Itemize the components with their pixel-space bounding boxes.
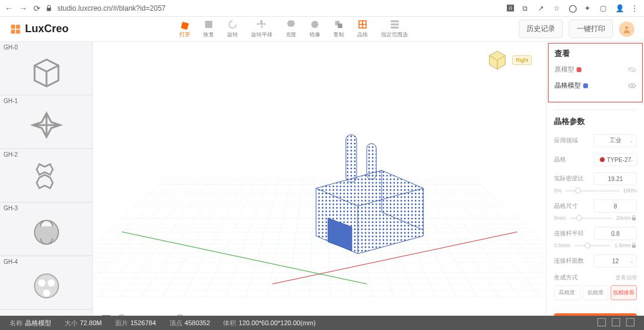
params-title: 晶格参数 xyxy=(554,110,637,127)
thumb-preview xyxy=(4,211,89,253)
density-input[interactable]: 19.21 xyxy=(594,172,637,185)
svg-rect-12 xyxy=(632,217,636,220)
tool-open[interactable]: 打开 xyxy=(179,19,190,39)
reload-icon[interactable]: ⟳ xyxy=(33,4,41,13)
sidebar: GH-0 GH-1 GH-2 GH-3 GH-4 网格: 5mm xyxy=(0,42,93,330)
tool-restore[interactable]: 恢复 xyxy=(203,19,214,39)
sidebar-item-gh4[interactable]: GH-4 xyxy=(0,256,92,310)
view-row-lattice[interactable]: 晶格模型 xyxy=(555,81,636,90)
pan-icon xyxy=(256,19,267,30)
faces-select[interactable]: 12⌄ xyxy=(594,254,637,267)
tool-label: 旋转 xyxy=(227,31,238,39)
forward-icon[interactable]: → xyxy=(19,4,27,13)
copy-icon[interactable]: ⧉ xyxy=(522,4,531,13)
layout-grid-icon[interactable] xyxy=(597,318,606,328)
sidebar-item-gh1[interactable]: GH-1 xyxy=(0,95,92,149)
size-input[interactable]: 8 xyxy=(594,200,637,213)
url-display[interactable]: studio.luxcreo.cn/#/blank?id=2057 xyxy=(57,4,502,13)
star-icon[interactable]: ☆ xyxy=(553,4,562,13)
view-row-original[interactable]: 原模型 xyxy=(555,65,636,74)
svg-point-5 xyxy=(38,279,45,287)
circle-icon[interactable]: ◯ xyxy=(569,4,577,13)
history-button[interactable]: 历史记录 xyxy=(519,20,563,38)
eye-off-icon[interactable] xyxy=(628,67,636,73)
back-icon[interactable]: ← xyxy=(5,4,13,13)
cube-icon xyxy=(486,49,509,71)
gen-options: 高精度 低精度 低精修剪 xyxy=(554,285,637,300)
chevron-down-icon: ⌄ xyxy=(630,157,634,163)
range-min: 0% xyxy=(554,188,562,194)
select-value: TYPE-27 xyxy=(607,157,631,163)
tool-label: 打开 xyxy=(179,31,190,39)
status-label: 顶点 xyxy=(169,319,182,326)
param-size: 晶格尺寸 8 xyxy=(554,200,637,213)
layout-full-icon[interactable] xyxy=(626,318,634,328)
gen-opt-low[interactable]: 低精度 xyxy=(583,285,609,300)
svg-rect-10 xyxy=(367,144,376,179)
view-cube-label: Right xyxy=(512,55,532,65)
gen-mode-label: 生成方式 查看说明 xyxy=(554,273,637,282)
param-label: 实际密度比 xyxy=(554,175,584,183)
view-title: 查看 xyxy=(555,48,636,59)
eye-icon[interactable] xyxy=(628,83,636,89)
tool-clone[interactable]: 克隆 xyxy=(286,19,296,39)
thumb-label: GH-1 xyxy=(4,98,89,104)
tool-pan[interactable]: 旋转平移 xyxy=(251,19,273,39)
size-slider[interactable]: 5mm 20mm xyxy=(554,215,637,221)
status-label: 体积 xyxy=(223,319,236,326)
sidebar-item-gh3[interactable]: GH-3 xyxy=(0,203,92,256)
translate-icon[interactable]: 🅰 xyxy=(507,4,515,13)
dot-icon xyxy=(600,157,605,162)
radius-slider[interactable]: 0.5mm 1.5mm xyxy=(554,242,637,248)
tool-lattice[interactable]: 晶格 xyxy=(357,19,368,39)
viewport[interactable]: Right − + xyxy=(93,42,546,330)
window-icon[interactable]: ▢ xyxy=(600,4,608,13)
print-button[interactable]: 一键打印 xyxy=(569,20,613,38)
logo[interactable]: LuxCreo xyxy=(10,23,69,35)
svg-rect-9 xyxy=(346,135,357,182)
param-faces: 连接杆面数 12⌄ xyxy=(554,254,637,267)
tool-copy[interactable]: 复制 xyxy=(333,19,344,39)
param-density: 实际密度比 19.21 xyxy=(554,172,637,185)
logo-icon xyxy=(10,23,21,35)
layout-split-icon[interactable] xyxy=(612,318,620,328)
tool-select-range[interactable]: 指定范围选 xyxy=(381,19,408,39)
restore-icon xyxy=(203,19,214,30)
copy-icon xyxy=(333,19,344,30)
view-row-label: 晶格模型 xyxy=(555,81,581,90)
share-icon[interactable]: ↗ xyxy=(538,4,546,13)
user-avatar[interactable] xyxy=(619,21,634,37)
main: GH-0 GH-1 GH-2 GH-3 GH-4 网格: 5mm xyxy=(0,42,644,330)
svg-point-0 xyxy=(311,21,318,28)
tool-rotate[interactable]: 旋转 xyxy=(227,19,238,39)
status-label: 大小 xyxy=(64,319,78,326)
thumb-preview xyxy=(4,158,89,200)
puzzle-icon[interactable]: ✦ xyxy=(584,4,593,13)
swatch-blue xyxy=(583,83,588,88)
domain-select[interactable]: 工业⌄ xyxy=(594,134,637,147)
density-slider[interactable]: 0% 100% xyxy=(554,188,637,194)
tool-mirror[interactable]: 镜像 xyxy=(309,19,320,39)
gen-opt-trim[interactable]: 低精修剪 xyxy=(611,285,637,300)
lock-icon[interactable] xyxy=(631,215,637,221)
range-max: 20mm xyxy=(616,215,631,221)
thumb-label: GH-4 xyxy=(4,259,89,265)
avatar-icon[interactable]: 👤 xyxy=(615,4,624,13)
radius-input[interactable]: 0.8 xyxy=(594,227,637,240)
sidebar-item-gh2[interactable]: GH-2 xyxy=(0,149,92,203)
gen-opt-high[interactable]: 高精度 xyxy=(554,285,580,300)
tool-label: 恢复 xyxy=(203,31,214,39)
view-row-label: 原模型 xyxy=(555,65,574,74)
param-label: 应用领域 xyxy=(554,136,578,145)
lattice-select[interactable]: TYPE-27⌄ xyxy=(594,153,637,166)
svg-point-3 xyxy=(625,26,628,29)
tool-label: 克隆 xyxy=(286,31,296,39)
menu-icon[interactable]: ⋮ xyxy=(631,4,639,13)
view-cube[interactable]: Right xyxy=(486,49,532,71)
sidebar-item-gh0[interactable]: GH-0 xyxy=(0,42,92,95)
lock-icon[interactable] xyxy=(631,242,637,248)
lock-icon xyxy=(45,5,52,12)
range-max: 100% xyxy=(623,188,637,194)
tool-label: 复制 xyxy=(333,31,344,39)
gen-hint-link[interactable]: 查看说明 xyxy=(615,274,637,282)
